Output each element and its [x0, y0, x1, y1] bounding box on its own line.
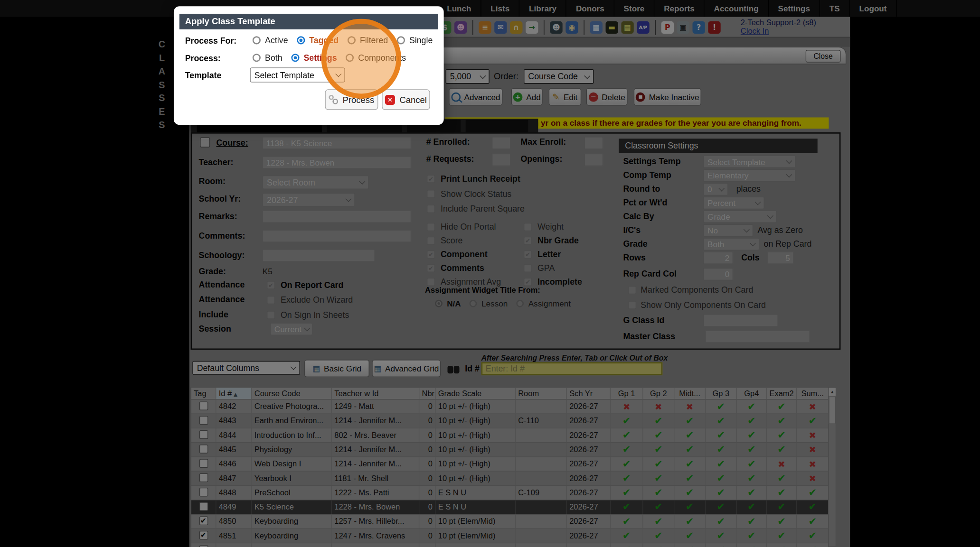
process-label: Process: [185, 54, 221, 63]
radio-tagged[interactable] [297, 36, 305, 44]
radio-label-both: Both [265, 53, 283, 62]
radio-both[interactable] [253, 54, 261, 62]
template-value: Select Template [254, 70, 314, 80]
apply-class-template-dialog: Apply Class Template Process For: Active… [174, 6, 444, 125]
radio-label-single: Single [409, 35, 433, 45]
modal-dim-overlay [0, 0, 980, 547]
radio-settings[interactable] [291, 54, 299, 62]
radio-label-active: Active [265, 35, 288, 45]
cancel-button[interactable]: Cancel [382, 89, 430, 110]
highlight-circle [321, 19, 401, 98]
cancel-button-label: Cancel [399, 94, 426, 104]
radio-active[interactable] [253, 36, 261, 44]
process-for-label: Process For: [185, 36, 237, 46]
dialog-title: Apply Class Template [179, 14, 438, 29]
cancel-x-icon [385, 94, 395, 104]
gears-icon [329, 95, 339, 104]
template-label: Template [185, 71, 222, 80]
screen: LunchListsLibraryDonorsStoreReportsAccou… [0, 0, 980, 547]
